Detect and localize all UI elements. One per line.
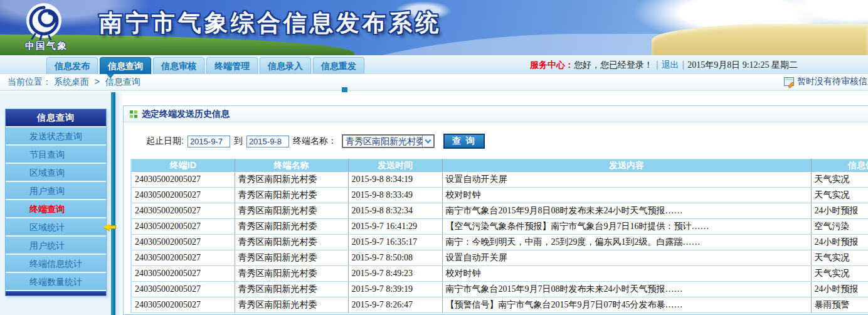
- cell-send-time: 2015-9-7 8:50:08: [348, 250, 442, 266]
- sidebar-item-terminal-query[interactable]: 终端查询: [6, 199, 106, 217]
- date-range-label: 起止日期:: [146, 136, 184, 147]
- tab-info-entry[interactable]: 信息录入: [260, 57, 311, 74]
- col-info-category: 信息位: [811, 159, 868, 172]
- panel-title: 选定终端发送历史信息: [142, 109, 230, 120]
- cell-terminal-id: 240305002005027: [131, 297, 235, 313]
- page-title: 南宁市气象综合信息发布系统: [99, 8, 442, 39]
- breadcrumb-separator: >: [95, 77, 100, 87]
- table-row: 240305002005027 青秀区南阳新光村委 2015-9-8 8:33:…: [131, 188, 868, 203]
- table-row: 240305002005027 青秀区南阳新光村委 2015-9-7 8:49:…: [131, 266, 868, 282]
- cell-terminal-name: 青秀区南阳新光村委: [235, 282, 348, 297]
- cell-send-time: 2015-9-7 8:49:23: [348, 266, 442, 282]
- sidebar-item-terminal-info-stats[interactable]: 终端信息统计: [6, 254, 106, 272]
- cell-info-category: 暴雨预警: [811, 297, 868, 313]
- tab-info-query[interactable]: 信息查询: [100, 57, 151, 74]
- sidebar-item-region-query[interactable]: 区域查询: [6, 163, 106, 181]
- sidebar-menu: 信息查询 发送状态查询 节目查询 区域查询 用户查询 终端查询 区域统计 用户统…: [5, 109, 107, 296]
- history-table: 终端ID 终端名称 发送时间 发送内容 信息位 240305002005027 …: [130, 159, 868, 313]
- tab-info-publish[interactable]: 信息发布: [46, 57, 98, 74]
- col-send-content: 发送内容: [442, 159, 811, 172]
- history-table-wrap: 终端ID 终端名称 发送时间 发送内容 信息位 240305002005027 …: [130, 159, 868, 313]
- cell-send-time: 2015-9-7 16:41:29: [348, 219, 442, 235]
- cell-terminal-name: 青秀区南阳新光村委: [235, 203, 348, 219]
- col-send-time: 发送时间: [348, 159, 442, 172]
- col-terminal-name: 终端名称: [235, 159, 348, 172]
- cell-terminal-name: 青秀区南阳新光村委: [235, 250, 348, 266]
- cell-info-category: 天气实况: [811, 188, 868, 203]
- cell-terminal-name: 青秀区南阳新光村委: [235, 219, 348, 235]
- table-row: 240305002005027 青秀区南阳新光村委 2015-9-7 16:41…: [131, 219, 868, 235]
- cell-send-time: 2015-9-8 8:34:19: [348, 172, 442, 188]
- sidebar-item-user-stats[interactable]: 用户统计: [6, 235, 106, 254]
- table-row: 240305002005027 青秀区南阳新光村委 2015-9-8 8:34:…: [131, 172, 868, 188]
- cell-info-category: 24小时预报: [811, 203, 868, 219]
- cell-terminal-id: 240305002005027: [131, 282, 235, 297]
- tab-info-audit[interactable]: 信息审核: [153, 57, 204, 74]
- chevron-down-icon[interactable]: [422, 136, 433, 147]
- cell-info-category: 天气实况: [811, 172, 868, 188]
- date-from-input[interactable]: [188, 136, 230, 147]
- collapse-sidebar-arrow-icon[interactable]: [103, 223, 110, 231]
- cell-info-category: 24小时预报: [811, 282, 868, 297]
- table-row: 240305002005027 青秀区南阳新光村委 2015-9-7 8:39:…: [131, 282, 868, 297]
- cell-terminal-id: 240305002005027: [131, 188, 235, 203]
- breadcrumb-item-info-query[interactable]: 信息查询: [105, 77, 140, 87]
- col-terminal-id: 终端ID: [131, 159, 235, 172]
- breadcrumb: 当前位置： 系统桌面 > 信息查询: [8, 77, 140, 88]
- sidebar-splitter[interactable]: [111, 92, 115, 315]
- table-row: 240305002005027 青秀区南阳新光村委 2015-9-7 16:35…: [131, 235, 868, 250]
- table-row: 240305002005027 青秀区南阳新光村委 2015-9-7 8:50:…: [131, 250, 868, 266]
- sidebar-item-terminal-count-stats[interactable]: 终端数量统计: [6, 272, 106, 290]
- query-form: 起止日期: 到 终端名称： 青秀区南阳新光村委 查 询: [146, 134, 485, 149]
- cma-logo: 中国气象: [13, 1, 75, 55]
- collapse-sidebar-arrow-tail[interactable]: [110, 225, 116, 229]
- grid-icon: [130, 110, 137, 118]
- table-row: 240305002005027 青秀区南阳新光村委 2015-9-8 8:32:…: [131, 203, 868, 219]
- cell-send-content: 南宁：今晚到明天，中雨，25到29度，偏东风1到2级。白露踹……: [442, 235, 811, 250]
- sidebar-item-send-status-query[interactable]: 发送状态查询: [6, 126, 106, 144]
- note-pencil-icon: [784, 77, 794, 86]
- terminal-select-value: 青秀区南阳新光村委: [343, 136, 422, 147]
- cell-send-content: 南宁市气象台2015年9月8日08时发布未来24小时天气预报……: [442, 203, 811, 219]
- cell-send-time: 2015-9-7 8:26:47: [348, 297, 442, 313]
- sidebar-item-user-query[interactable]: 用户查询: [6, 181, 106, 199]
- cell-send-content: 【预警信号】南宁市气象台2015年9月7日07时45分发布暴……: [442, 297, 811, 313]
- sidebar-item-region-stats[interactable]: 区域统计: [6, 217, 106, 235]
- header-banner: 中国气象 南宁市气象综合信息发布系统: [0, 0, 868, 55]
- cell-info-category: 天气实况: [811, 250, 868, 266]
- terminal-select[interactable]: 青秀区南阳新光村委: [342, 134, 435, 148]
- login-greeting: 您好，您已经登录！: [574, 60, 653, 70]
- cell-terminal-id: 240305002005027: [131, 219, 235, 235]
- logo-caption: 中国气象: [18, 40, 75, 52]
- cell-info-category: 24小时预报: [811, 235, 868, 250]
- cell-send-time: 2015-9-7 16:35:17: [348, 235, 442, 250]
- sidebar-item-program-query[interactable]: 节目查询: [6, 144, 106, 163]
- audit-notice-text: 暂时没有待审核信息: [797, 76, 868, 87]
- cell-send-time: 2015-9-8 8:33:49: [348, 188, 442, 203]
- breadcrumb-item-desktop[interactable]: 系统桌面: [54, 77, 89, 87]
- breadcrumb-label: 当前位置：: [8, 77, 51, 87]
- tab-terminal-manage[interactable]: 终端管理: [206, 57, 258, 74]
- separator: |: [682, 60, 685, 70]
- logout-link[interactable]: 退出: [662, 60, 679, 70]
- cell-send-time: 2015-9-8 8:32:34: [348, 203, 442, 219]
- tab-info-resend[interactable]: 信息重发: [313, 57, 364, 74]
- cell-send-content: 校对时钟: [442, 266, 811, 282]
- audit-notice: 暂时没有待审核信息: [784, 76, 868, 87]
- terminal-name-label: 终端名称：: [293, 136, 337, 147]
- panel-header: 选定终端发送历史信息: [124, 106, 868, 122]
- cell-terminal-id: 240305002005027: [131, 172, 235, 188]
- cell-terminal-name: 青秀区南阳新光村委: [235, 172, 348, 188]
- query-button[interactable]: 查 询: [443, 134, 485, 149]
- main-navbar: 信息发布 信息查询 信息审核 终端管理 信息录入 信息重发 服务中心：您好，您已…: [0, 55, 868, 74]
- cell-send-content: 【空气污染气象条件预报】南宁市气象台9月7日16时提供：预计……: [442, 219, 811, 235]
- date-to-input[interactable]: [246, 136, 289, 147]
- cell-terminal-id: 240305002005027: [131, 250, 235, 266]
- cell-info-category: 天气实况: [811, 266, 868, 282]
- cell-terminal-id: 240305002005027: [131, 203, 235, 219]
- cell-send-content: 设置自动开关屏: [442, 250, 811, 266]
- cell-info-category: 空气污染: [811, 219, 868, 235]
- table-row: 240305002005027 青秀区南阳新光村委 2015-9-7 8:26:…: [131, 297, 868, 313]
- cell-terminal-id: 240305002005027: [131, 235, 235, 250]
- separator: |: [656, 60, 659, 70]
